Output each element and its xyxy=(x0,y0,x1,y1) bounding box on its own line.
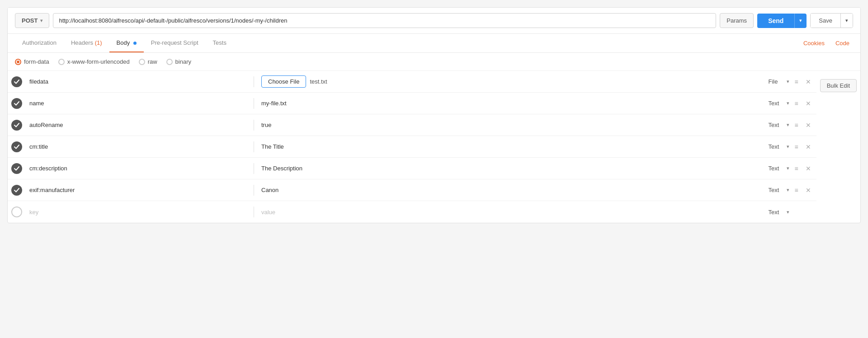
row-delete-button-cmdesc[interactable]: ✕ xyxy=(804,164,813,173)
bulk-edit-button[interactable]: Bulk Edit xyxy=(820,79,857,92)
radio-binary-icon xyxy=(166,59,173,65)
form-data-content: Choose File test.txt File ▾ ≡ ✕ xyxy=(8,71,860,223)
cookies-link[interactable]: Cookies xyxy=(800,34,828,52)
value-area-new xyxy=(261,207,765,217)
row-menu-button-cmdesc[interactable]: ≡ xyxy=(793,164,800,173)
row-delete-button-cmtitle[interactable]: ✕ xyxy=(804,142,813,151)
type-label-exifmfr: Text xyxy=(769,187,785,193)
type-select-cmdesc: Text ▾ xyxy=(769,165,789,172)
radio-raw[interactable]: raw xyxy=(139,58,157,65)
type-chevron-icon-cmtitle[interactable]: ▾ xyxy=(787,144,789,150)
key-input-new[interactable] xyxy=(29,207,246,217)
type-label-cmtitle: Text xyxy=(769,143,785,150)
separator xyxy=(254,120,254,131)
method-select[interactable]: POST ▾ xyxy=(15,13,49,28)
table-row: Choose File test.txt File ▾ ≡ ✕ xyxy=(8,71,816,93)
save-dropdown-button[interactable]: ▾ xyxy=(840,14,853,28)
tab-authorization[interactable]: Authorization xyxy=(15,34,64,52)
value-area-exifmfr xyxy=(261,185,765,195)
row-delete-button-name[interactable]: ✕ xyxy=(804,99,813,108)
type-label-autorename: Text xyxy=(769,122,785,128)
radio-binary[interactable]: binary xyxy=(166,58,191,65)
row-menu-button-exifmfr[interactable]: ≡ xyxy=(793,186,800,195)
row-actions-name: ≡ ✕ xyxy=(793,99,813,108)
value-area-autorename xyxy=(261,120,765,130)
row-actions-exifmfr: ≡ ✕ xyxy=(793,186,813,195)
value-area-cmtitle xyxy=(261,141,765,152)
type-chevron-icon-cmdesc[interactable]: ▾ xyxy=(787,165,789,171)
row-check-cmdesc[interactable] xyxy=(11,163,22,174)
value-area-filedata: Choose File test.txt xyxy=(261,75,765,88)
row-check-name[interactable] xyxy=(11,98,22,109)
type-select-exifmfr: Text ▾ xyxy=(769,187,789,193)
table-row: Text ▾ ≡ ✕ xyxy=(8,158,816,179)
type-select-cmtitle: Text ▾ xyxy=(769,143,789,150)
separator xyxy=(254,141,254,152)
main-container: POST ▾ Params Send ▾ Save ▾ Authorizatio… xyxy=(7,7,861,223)
tab-body[interactable]: Body xyxy=(109,34,144,52)
row-menu-button-cmtitle[interactable]: ≡ xyxy=(793,142,800,151)
type-label-name: Text xyxy=(769,100,785,107)
row-menu-button-name[interactable]: ≡ xyxy=(793,99,800,108)
form-data-table: Choose File test.txt File ▾ ≡ ✕ xyxy=(8,71,816,223)
row-actions-filedata: ≡ ✕ xyxy=(793,77,813,86)
tab-prerequest[interactable]: Pre-request Script xyxy=(144,34,206,52)
type-chevron-icon-name[interactable]: ▾ xyxy=(787,100,789,106)
type-chevron-icon-new[interactable]: ▾ xyxy=(787,209,789,215)
value-area-cmdesc xyxy=(261,163,765,174)
save-button[interactable]: Save xyxy=(811,14,840,28)
row-check-autorename[interactable] xyxy=(11,120,22,131)
separator xyxy=(254,185,254,196)
send-group: Send ▾ xyxy=(757,14,807,28)
key-input-cmtitle[interactable] xyxy=(29,141,246,152)
type-select-new: Text ▾ xyxy=(769,209,789,216)
tabs-bar: Authorization Headers (1) Body Pre-reque… xyxy=(8,34,860,53)
value-input-cmtitle[interactable] xyxy=(261,141,765,152)
type-chevron-icon-exifmfr[interactable]: ▾ xyxy=(787,187,789,193)
choose-file-button[interactable]: Choose File xyxy=(261,75,306,88)
radio-form-data[interactable]: form-data xyxy=(15,58,49,65)
row-check-exifmfr[interactable] xyxy=(11,185,22,196)
row-check-new xyxy=(11,207,22,217)
key-input-cmdesc[interactable] xyxy=(29,163,246,174)
value-input-cmdesc[interactable] xyxy=(261,163,765,174)
radio-raw-icon xyxy=(139,59,145,65)
key-input-autorename[interactable] xyxy=(29,120,246,130)
type-chevron-icon-filedata[interactable]: ▾ xyxy=(787,79,789,84)
url-input[interactable] xyxy=(53,13,716,28)
value-input-exifmfr[interactable] xyxy=(261,185,765,195)
send-button[interactable]: Send xyxy=(757,14,794,28)
value-input-name[interactable] xyxy=(261,98,765,108)
radio-urlencoded[interactable]: x-www-form-urlencoded xyxy=(58,58,130,65)
key-input-filedata[interactable] xyxy=(29,76,246,87)
tab-headers[interactable]: Headers (1) xyxy=(64,34,109,52)
row-check-filedata[interactable] xyxy=(11,76,22,87)
params-button[interactable]: Params xyxy=(720,13,754,28)
row-menu-button-autorename[interactable]: ≡ xyxy=(793,121,800,130)
send-dropdown-button[interactable]: ▾ xyxy=(794,14,807,28)
radio-raw-label: raw xyxy=(148,58,157,65)
type-select-filedata: File ▾ xyxy=(769,78,789,85)
row-menu-button-filedata[interactable]: ≡ xyxy=(793,77,800,86)
row-delete-button-exifmfr[interactable]: ✕ xyxy=(804,186,813,195)
type-chevron-icon-autorename[interactable]: ▾ xyxy=(787,122,789,128)
row-check-cmtitle[interactable] xyxy=(11,141,22,152)
save-group: Save ▾ xyxy=(810,13,853,28)
row-delete-button-autorename[interactable]: ✕ xyxy=(804,121,813,130)
value-input-autorename[interactable] xyxy=(261,120,765,130)
key-input-name[interactable] xyxy=(29,98,246,108)
radio-urlencoded-icon xyxy=(58,59,65,65)
separator xyxy=(254,207,254,217)
table-row-new: Text ▾ ≡ ✕ xyxy=(8,201,816,223)
row-actions-cmtitle: ≡ ✕ xyxy=(793,142,813,151)
tab-tests[interactable]: Tests xyxy=(206,34,234,52)
row-actions-autorename: ≡ ✕ xyxy=(793,121,813,130)
table-row: Text ▾ ≡ ✕ xyxy=(8,179,816,201)
code-link[interactable]: Code xyxy=(832,34,853,52)
value-input-new[interactable] xyxy=(261,207,765,217)
type-select-autorename: Text ▾ xyxy=(769,122,789,128)
url-bar: POST ▾ Params Send ▾ Save ▾ xyxy=(8,8,860,34)
row-delete-button-filedata[interactable]: ✕ xyxy=(804,77,813,86)
table-row: Text ▾ ≡ ✕ xyxy=(8,136,816,158)
key-input-exifmfr[interactable] xyxy=(29,185,246,195)
